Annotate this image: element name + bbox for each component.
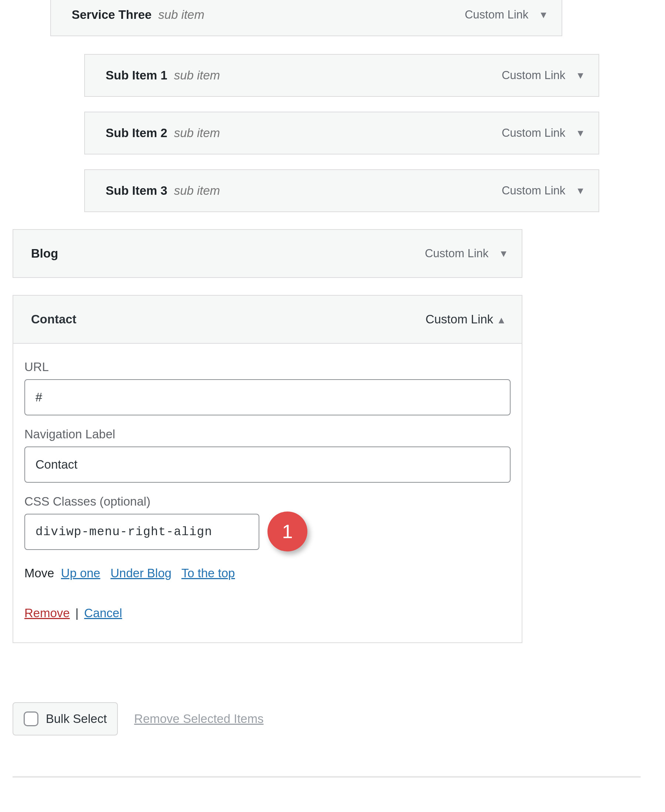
divider xyxy=(13,776,640,778)
menu-item-title: Sub Item 2 xyxy=(106,126,167,140)
url-label: URL xyxy=(25,360,511,374)
menu-item-contact-header[interactable]: Contact Custom Link ▲ xyxy=(13,295,522,344)
url-input[interactable] xyxy=(25,379,511,415)
cancel-link[interactable]: Cancel xyxy=(84,606,122,620)
chevron-down-icon[interactable]: ▼ xyxy=(576,128,585,139)
menu-item-subtitle: sub item xyxy=(174,126,220,140)
menu-item-type: Custom Link xyxy=(502,184,565,197)
chevron-down-icon[interactable]: ▼ xyxy=(576,185,585,197)
remove-selected-link[interactable]: Remove Selected Items xyxy=(134,712,264,726)
menu-item-sub-item-2[interactable]: Sub Item 2 sub item Custom Link ▼ xyxy=(84,112,599,154)
menu-item-type: Custom Link xyxy=(502,126,565,140)
bulk-select-label: Bulk Select xyxy=(46,712,107,726)
chevron-down-icon[interactable]: ▼ xyxy=(539,9,548,21)
menu-item-title: Blog xyxy=(31,246,58,261)
move-row: Move Up one Under Blog To the top xyxy=(25,566,511,580)
menu-item-blog[interactable]: Blog Custom Link ▼ xyxy=(13,229,522,278)
menu-item-type: Custom Link xyxy=(425,247,488,260)
menu-item-type: Custom Link xyxy=(502,69,565,82)
nav-label-input[interactable] xyxy=(25,446,511,483)
chevron-up-icon[interactable]: ▲ xyxy=(496,315,506,326)
menu-item-subtitle: sub item xyxy=(158,8,204,22)
css-classes-input[interactable] xyxy=(25,514,259,550)
move-under-link[interactable]: Under Blog xyxy=(110,566,172,580)
nav-label-label: Navigation Label xyxy=(25,427,511,441)
move-up-one-link[interactable]: Up one xyxy=(61,566,100,580)
menu-item-title: Sub Item 1 xyxy=(106,68,167,82)
menu-item-subtitle: sub item xyxy=(174,184,220,198)
annotation-badge-number: 1 xyxy=(282,520,293,543)
menu-item-settings-panel: URL Navigation Label CSS Classes (option… xyxy=(13,344,522,643)
remove-cancel-row: Remove | Cancel xyxy=(25,606,511,620)
menu-item-type: Custom Link xyxy=(465,8,528,21)
chevron-down-icon[interactable]: ▼ xyxy=(499,248,508,259)
menu-item-subtitle: sub item xyxy=(174,68,220,82)
menu-item-title: Sub Item 3 xyxy=(106,184,167,198)
css-classes-label: CSS Classes (optional) xyxy=(25,494,511,509)
menu-item-title: Contact xyxy=(31,312,77,326)
menu-item-title: Service Three xyxy=(72,8,151,22)
move-label: Move xyxy=(25,566,54,580)
remove-link[interactable]: Remove xyxy=(25,606,70,620)
menu-item-contact-expanded: Contact Custom Link ▲ URL Navigation Lab… xyxy=(13,295,522,643)
menu-item-sub-item-1[interactable]: Sub Item 1 sub item Custom Link ▼ xyxy=(84,54,599,97)
menu-item-sub-item-3[interactable]: Sub Item 3 sub item Custom Link ▼ xyxy=(84,169,599,212)
menu-item-service-three[interactable]: Service Three sub item Custom Link ▼ xyxy=(50,0,562,36)
annotation-badge-1: 1 xyxy=(267,512,307,551)
bulk-select-checkbox[interactable] xyxy=(24,712,38,726)
bulk-select-button[interactable]: Bulk Select xyxy=(13,702,118,735)
move-to-top-link[interactable]: To the top xyxy=(182,566,235,580)
menu-item-type: Custom Link xyxy=(426,312,493,326)
chevron-down-icon[interactable]: ▼ xyxy=(576,70,585,81)
